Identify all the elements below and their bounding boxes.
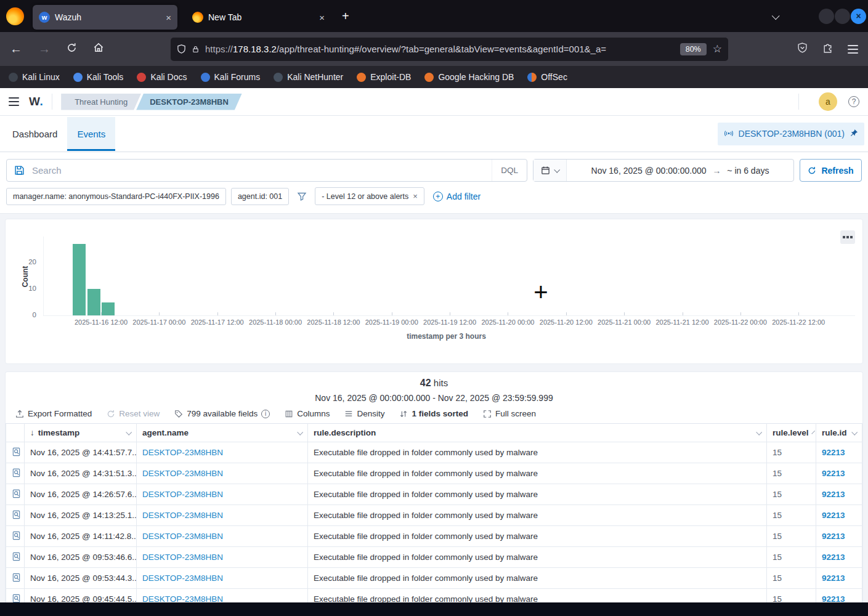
chevron-down-icon[interactable] [297,429,303,436]
export-formatted-button[interactable]: Export Formatted [15,409,92,418]
agent-name-link[interactable]: DESKTOP-23M8HBN [142,511,223,520]
rule-id-link[interactable]: 92213 [822,573,845,583]
inspect-document-icon[interactable] [12,470,21,479]
inspect-document-icon[interactable] [12,449,21,458]
column-header-timestamp[interactable]: ↓timestamp [25,424,137,442]
save-query-icon[interactable] [14,165,25,176]
new-tab-button[interactable]: + [342,9,349,23]
inspect-document-icon[interactable] [12,533,21,542]
search-input[interactable]: Search DQL [6,159,527,182]
chevron-down-icon[interactable] [811,431,815,434]
wazuh-logo[interactable]: W. [29,95,43,108]
tab-events[interactable]: Events [67,117,115,151]
rule-id-link[interactable]: 92213 [822,469,845,478]
density-button[interactable]: Density [344,409,384,418]
column-header-agent-name[interactable]: agent.name [137,424,308,442]
chevron-down-icon[interactable] [756,429,762,436]
agent-name-link[interactable]: DESKTOP-23M8HBN [142,490,223,499]
chevron-down-icon[interactable] [851,429,858,436]
expand-row-cell[interactable] [6,568,25,589]
agent-name-link[interactable]: DESKTOP-23M8HBN [142,448,223,457]
expand-row-cell[interactable] [6,463,25,484]
agent-name-link[interactable]: DESKTOP-23M8HBN [142,573,223,583]
expand-row-cell[interactable] [6,442,25,463]
available-fields-button[interactable]: 799 available fields i [174,409,270,418]
date-range[interactable]: Nov 16, 2025 @ 00:00:00.000 → ~ in 6 day… [567,166,793,176]
bookmark-item[interactable]: Kali Tools [73,72,124,82]
dql-button[interactable]: DQL [492,160,527,181]
bookmark-item[interactable]: Exploit-DB [357,72,411,82]
extensions-puzzle-icon[interactable] [822,43,833,55]
tab-close-icon[interactable]: × [166,12,171,23]
rule-id-link[interactable]: 92213 [822,490,845,499]
chevron-down-icon[interactable] [126,429,132,436]
remove-filter-icon[interactable]: × [413,192,418,201]
reset-view-button[interactable]: Reset view [107,409,160,418]
rule-id-link[interactable]: 92213 [822,511,845,520]
bookmark-item[interactable]: OffSec [527,72,567,82]
column-header-rule-description[interactable]: rule.description [308,424,767,442]
column-header-rule-id[interactable]: rule.id [816,424,862,442]
filter-pill[interactable]: agent.id: 001 [231,188,289,205]
filter-pill[interactable]: manager.name: anonymous-Standard-PC-i440… [6,188,226,205]
zoom-level-badge[interactable]: 80% [680,43,707,55]
bookmark-item[interactable]: Kali NetHunter [274,72,343,82]
tab-dashboard[interactable]: Dashboard [2,117,67,151]
rule-id-link[interactable]: 92213 [822,448,845,457]
filter-funnel-icon[interactable] [297,192,307,201]
help-icon[interactable]: ? [848,96,859,107]
breadcrumb-module[interactable]: Threat Hunting [61,94,141,110]
expand-row-cell[interactable] [6,547,25,568]
url-bar[interactable]: https://178.18.3.2/app/threat-hunting#/o… [171,38,728,61]
inspect-document-icon[interactable] [12,512,21,521]
pin-icon[interactable] [850,129,858,139]
browser-menu-icon[interactable] [848,45,858,54]
window-minimize-button[interactable] [819,9,834,24]
lock-icon[interactable] [192,45,200,54]
breadcrumb-agent[interactable]: DESKTOP-23M8HBN [136,94,242,110]
reload-icon[interactable] [67,42,77,56]
bookmark-item[interactable]: Kali Forums [201,72,261,82]
chart-bar[interactable] [87,289,100,315]
agent-name-link[interactable]: DESKTOP-23M8HBN [142,469,223,478]
full-screen-button[interactable]: Full screen [483,409,536,418]
url-text[interactable]: https://178.18.3.2/app/threat-hunting#/o… [205,44,676,54]
bookmark-item[interactable]: Kali Docs [137,72,187,82]
browser-tab-new-tab[interactable]: New Tab × [186,5,331,30]
agent-name-link[interactable]: DESKTOP-23M8HBN [142,553,223,562]
chart-bar[interactable] [102,302,115,316]
app-menu-icon[interactable] [9,97,19,106]
add-filter-button[interactable]: + Add filter [433,192,481,201]
columns-button[interactable]: Columns [285,409,330,418]
browser-tab-wazuh[interactable]: w Wazuh × [33,5,177,30]
rule-id-link[interactable]: 92213 [822,532,845,541]
user-avatar[interactable]: a [819,92,837,111]
tab-close-icon[interactable]: × [319,12,325,23]
agent-name-link[interactable]: DESKTOP-23M8HBN [142,532,223,541]
window-close-button[interactable]: × [851,9,866,24]
agent-badge[interactable]: DESKTOP-23M8HBN (001) [718,123,864,145]
rule-id-link[interactable]: 92213 [822,553,845,562]
home-icon[interactable] [93,42,104,56]
info-icon[interactable]: i [261,410,270,418]
date-quick-select-button[interactable] [533,160,567,181]
tab-list-chevron-icon[interactable] [773,10,778,22]
refresh-button[interactable]: Refresh [800,159,862,182]
expand-row-cell[interactable] [6,526,25,547]
forward-icon[interactable]: → [38,42,51,56]
column-header-rule-level[interactable]: rule.level [767,424,816,442]
expand-row-cell[interactable] [6,505,25,526]
chart-bar[interactable] [73,244,86,315]
pocket-icon[interactable] [797,43,808,55]
bookmark-item[interactable]: Google Hacking DB [424,72,514,82]
window-maximize-button[interactable] [835,9,850,24]
bookmark-item[interactable]: Kali Linux [9,72,60,82]
inspect-document-icon[interactable] [12,554,21,563]
bookmark-star-icon[interactable]: ☆ [713,43,722,55]
inspect-document-icon[interactable] [12,491,21,500]
filter-pill-removable[interactable]: - Level 12 or above alerts× [315,187,424,205]
expand-row-cell[interactable] [6,484,25,505]
inspect-document-icon[interactable] [12,575,21,584]
back-icon[interactable]: ← [10,42,22,56]
tracking-shield-icon[interactable] [177,44,186,54]
